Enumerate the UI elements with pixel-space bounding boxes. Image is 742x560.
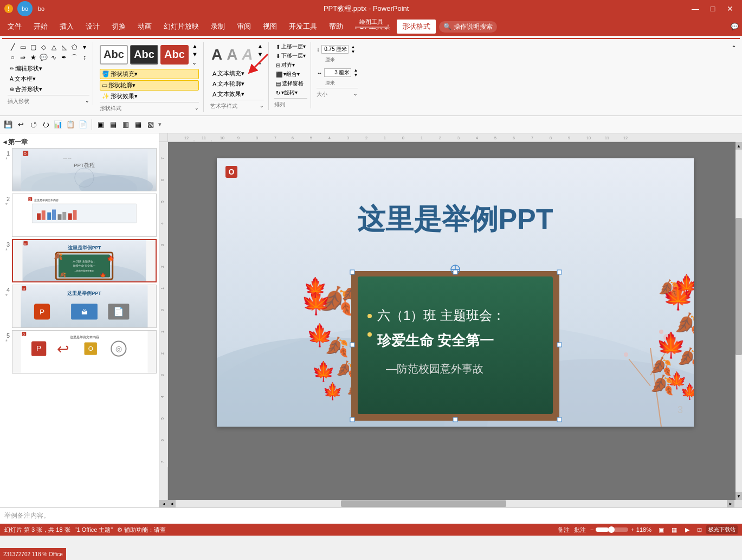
view-present[interactable]: ▶ — [682, 524, 693, 535]
zoom-handle[interactable] — [608, 526, 615, 533]
qa-undo2[interactable]: ⭯ — [27, 119, 39, 131]
slide-img-1[interactable]: PPT教程 ~~ ~~ O — [12, 148, 157, 191]
height-up[interactable]: ▲ — [351, 44, 355, 49]
menu-view[interactable]: 视图 — [257, 20, 282, 34]
select-pane-btn[interactable]: ▤ 选择窗格 — [274, 79, 307, 88]
height-down[interactable]: ▼ — [351, 49, 355, 54]
menu-insert[interactable]: 插入 — [54, 20, 79, 34]
text-fill-btn[interactable]: A 文本填充▾ — [210, 69, 264, 78]
shape-triangle[interactable]: △ — [49, 42, 59, 52]
slide-thumb-1[interactable]: 1 * — [2, 148, 157, 191]
shape-pentagon[interactable]: ⬠ — [69, 42, 79, 52]
shape-curve[interactable]: ∿ — [49, 53, 59, 62]
shape-more[interactable]: ▾ — [80, 42, 89, 52]
qa-section3[interactable]: ▥ — [120, 119, 132, 131]
zoom-out-btn[interactable]: − — [590, 526, 593, 533]
slide-thumb-5[interactable]: 5 * O 这里是举例文本内容 P ↩ O — [2, 330, 157, 374]
canvas-scroll[interactable]: O 这里是举例PPT 🍂 🍁 🍂 🍁 🍂 🍁 🍂 🍁 🍁 — [168, 142, 742, 500]
group-btn[interactable]: ⬛ ▾组合▾ — [274, 70, 307, 79]
scroll-right-btn[interactable]: ► — [727, 500, 734, 507]
chat-icon[interactable]: 💬 — [729, 21, 740, 32]
menu-slideshow[interactable]: 幻灯片放映 — [158, 20, 204, 34]
scroll-up-btn[interactable]: ▲ — [735, 142, 742, 150]
qa-copy[interactable]: 📄 — [77, 119, 89, 131]
shape-style-2[interactable]: Abc — [130, 45, 158, 65]
text-outline-btn[interactable]: A 文本轮廓▾ — [210, 79, 264, 88]
shape-styles-scroll-down[interactable]: ▼ — [191, 50, 199, 58]
art-styles-expand[interactable]: ⌄ — [256, 59, 264, 67]
menu-help[interactable]: 帮助 — [324, 20, 349, 34]
align-btn[interactable]: ⊟ 对齐▾ — [274, 61, 307, 69]
shape-style-1[interactable]: Abc — [100, 45, 128, 65]
shape-line[interactable]: ╱ — [8, 42, 17, 52]
fit-page-btn[interactable]: ⊡ — [697, 526, 702, 533]
menu-design[interactable]: 设计 — [80, 20, 105, 34]
shape-diamond[interactable]: ◇ — [38, 42, 48, 52]
shape-star[interactable]: ★ — [28, 53, 38, 62]
art-text-a3[interactable]: A — [241, 46, 254, 63]
shape-rect[interactable]: ▭ — [18, 42, 28, 52]
collapse-ribbon-btn[interactable]: ⌃ — [730, 43, 738, 53]
merge-shapes-btn[interactable]: ⊕ 合并形状▾ — [8, 85, 89, 94]
view-normal[interactable]: ▣ — [656, 524, 667, 535]
edit-shape-btn[interactable]: ✏ 编辑形状▾ — [8, 64, 89, 73]
text-effect-btn[interactable]: A 文本效果▾ — [210, 89, 264, 99]
qa-save[interactable]: 💾 — [2, 119, 14, 131]
slide-thumb-4[interactable]: 4 * O 这里是举例PPT P — [2, 285, 157, 328]
shape-rounded-rect[interactable]: ▢ — [28, 42, 38, 52]
shape-scroll[interactable]: ↕ — [80, 53, 89, 62]
notes-area[interactable]: 举例备注内容。 — [0, 507, 742, 524]
shape-oval[interactable]: ○ — [8, 53, 17, 62]
width-input[interactable] — [324, 68, 351, 77]
scroll-thumb-v[interactable] — [735, 218, 742, 355]
move-up-btn[interactable]: ⬆ 上移一层▾ — [274, 42, 307, 51]
qa-present[interactable]: 📊 — [52, 119, 64, 131]
menu-animations[interactable]: 动画 — [132, 20, 157, 34]
zoom-level[interactable]: 118% — [636, 526, 651, 533]
qa-section1[interactable]: ▣ — [95, 119, 107, 131]
move-down-btn[interactable]: ⬇ 下移一层▾ — [274, 52, 307, 60]
shape-styles-expand[interactable]: ⌄ — [191, 59, 199, 67]
qa-section4[interactable]: ▦ — [132, 119, 144, 131]
shape-styles-scroll-up[interactable]: ▲ — [191, 42, 199, 50]
menu-transitions[interactable]: 切换 — [106, 20, 131, 34]
zoom-in-btn[interactable]: + — [630, 526, 634, 533]
shape-callout[interactable]: 💬 — [38, 53, 48, 62]
height-input[interactable] — [321, 45, 349, 54]
width-down[interactable]: ▼ — [353, 73, 358, 78]
menu-file[interactable]: 文件 — [2, 20, 27, 34]
shape-fill-btn[interactable]: 🪣 形状填充▾ — [100, 69, 199, 79]
slide-thumb-2[interactable]: 2 * O 这里是举例文本内容 — [2, 194, 157, 237]
menu-review[interactable]: 审阅 — [231, 20, 256, 34]
accessibility-info[interactable]: ⚙ 辅助功能：请查 — [117, 526, 166, 534]
qa-clipboard[interactable]: 📋 — [64, 119, 76, 131]
maximize-button[interactable]: □ — [705, 3, 720, 14]
zoom-slider[interactable] — [596, 527, 628, 532]
qa-section2[interactable]: ▤ — [107, 119, 119, 131]
review-btn[interactable]: 批注 — [574, 526, 586, 534]
slide-img-3[interactable]: O 这里是举例PPT 🍂 🍁 🍂 🍁 六(1)班 主题班会： 珍爱生命 安全第一… — [12, 239, 157, 282]
slide-img-4[interactable]: O 这里是举例PPT P 🏔 📄 — [12, 285, 157, 328]
shape-connector[interactable]: ⌒ — [69, 53, 79, 62]
search-box[interactable]: 🔍 操作说明搜索 — [439, 21, 497, 33]
shape-arrow[interactable]: ⇒ — [18, 53, 28, 62]
menu-record[interactable]: 录制 — [205, 20, 230, 34]
qa-dropdown[interactable]: ▾ — [157, 121, 163, 128]
panel-scroll-left[interactable]: ◂ — [159, 500, 168, 507]
shape-styles-expand2[interactable]: ⌄ — [195, 105, 199, 111]
menu-shape-format[interactable]: 形状格式 — [397, 20, 436, 34]
view-slides[interactable]: ▦ — [669, 524, 680, 535]
menu-start[interactable]: 开始 — [28, 20, 53, 34]
textbox-btn[interactable]: A 文本框▾ — [8, 74, 89, 83]
scroll-thumb-h[interactable] — [341, 500, 506, 507]
slide-img-2[interactable]: O 这里是举例文本内容 — [12, 194, 157, 237]
art-text-a1[interactable]: A — [210, 46, 223, 63]
scroll-left-btn[interactable]: ◄ — [168, 500, 176, 507]
shape-style-3[interactable]: Abc — [160, 45, 189, 65]
art-text-a2[interactable]: A — [225, 46, 238, 63]
slide-thumb-3[interactable]: 3 * O 这里是举例PPT — [2, 239, 157, 282]
minimize-button[interactable]: — — [688, 3, 703, 14]
menu-developer[interactable]: 开发工具 — [283, 20, 322, 34]
width-up[interactable]: ▲ — [353, 68, 358, 73]
art-styles-scroll-up[interactable]: ▲ — [256, 42, 264, 50]
